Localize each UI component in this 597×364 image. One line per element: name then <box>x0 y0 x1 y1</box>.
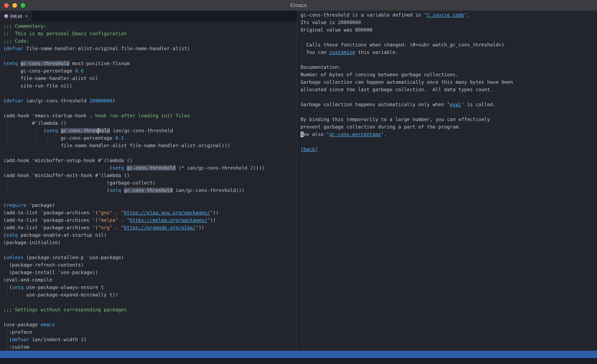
link[interactable]: C source code <box>427 12 464 18</box>
code-text <box>18 61 21 66</box>
link[interactable]: [back] <box>301 147 318 152</box>
code-line: (eval-and-compile <box>3 276 297 284</box>
help-text: Garbage collection happens automatically… <box>301 102 450 107</box>
code-text: )) <box>213 210 219 215</box>
highlighted-symbol: gc-cons-threshold <box>21 61 69 66</box>
code-text: setq <box>110 188 121 193</box>
indent-guide-icon: │ <box>35 128 38 133</box>
code-line <box>3 104 297 112</box>
link[interactable]: https://elpa.gnu.org/packages/ <box>124 210 210 215</box>
indent-guide-icon: │ <box>6 135 9 141</box>
code-text: setq <box>47 128 58 133</box>
code-text: " <box>207 217 210 223</box>
code-line: (add-to-list 'package-archives '("org" .… <box>3 224 297 231</box>
code-text: ( <box>9 285 12 290</box>
highlighted-symbol: gc-cons-threshold <box>127 165 175 171</box>
link[interactable]: eval <box>450 102 461 107</box>
code-line: │(defvar ian/indent-width 2) <box>3 336 297 343</box>
code-text <box>38 143 47 148</box>
elisp-file-icon <box>4 14 8 18</box>
window-title: Emacs <box>290 2 306 8</box>
highlighted-symbol: gc-cons-threshold <box>124 188 173 193</box>
tab-close-icon[interactable]: × <box>25 13 28 19</box>
indent-guide-icon: │ <box>35 143 38 148</box>
code-line: ;;; Commentary: <box>3 22 297 30</box>
code-text: ( <box>3 203 6 208</box>
help-buffer[interactable]: gc-cons-threshold is a variable defined … <box>298 11 597 351</box>
indent-guide-icon: │ <box>35 135 38 141</box>
code-line: ;;; Code: <box>3 37 297 45</box>
help-line <box>301 93 597 101</box>
code-text: setq <box>112 165 124 171</box>
code-text: " <box>196 225 199 230</box>
code-text: ( <box>3 98 6 103</box>
code-line <box>3 299 297 306</box>
echo-area[interactable] <box>0 358 597 364</box>
editor-window: init.el × ;;; Commentary:;; This is my p… <box>0 11 297 351</box>
indent-guide-icon: │ <box>6 188 9 193</box>
code-text <box>3 165 6 171</box>
code-text <box>121 188 124 193</box>
code-text <box>9 128 35 133</box>
code-text: (add-to-list 'package-archives '( <box>3 225 98 230</box>
help-line: By binding this temporarily to a large n… <box>301 116 597 123</box>
help-text: allocated since the last garbage collect… <box>301 87 493 92</box>
code-text: site-run-file nil) <box>3 83 72 88</box>
code-text: ( <box>38 128 47 133</box>
help-line <box>301 108 597 116</box>
code-line: │ │ (setq gc-cons-threshold ian/gc-cons-… <box>3 127 297 134</box>
code-line: (add-to-list 'package-archives '("gnu" .… <box>3 209 297 216</box>
code-text: :custom <box>9 344 29 350</box>
code-text: use-package-always-ensure t <box>24 285 104 290</box>
link[interactable]: gc-cons-percentage <box>329 132 381 137</box>
code-text: (* ian/gc-cons-threshold <box>176 165 250 171</box>
code-text <box>3 128 6 133</box>
close-icon[interactable] <box>4 3 9 8</box>
link[interactable]: https://orgmode.org/elpa/ <box>124 225 196 230</box>
code-line: │:preface <box>3 328 297 336</box>
code-text <box>3 337 6 342</box>
code-text: ( <box>3 46 6 51</box>
code-text: (eval-and-compile <box>3 277 52 283</box>
editor-buffer[interactable]: ;;; Commentary:;; This is my personal Em… <box>0 22 297 351</box>
link[interactable]: customize <box>329 49 355 55</box>
code-text: defvar <box>6 46 24 51</box>
code-text: (add-to-list 'package-archives '( <box>3 210 98 215</box>
help-text: this variable. <box>355 49 398 55</box>
indent-guide-icon: │ <box>6 165 9 171</box>
code-text: (add-hook 'emacs-startup-hook <box>3 113 89 118</box>
code-text: (package-install 'use-package)) <box>3 270 98 275</box>
code-text <box>3 120 6 126</box>
code-text: " <box>121 225 124 230</box>
code-line: │(setq use-package-always-ensure t <box>3 284 297 291</box>
code-text: unless <box>6 255 24 260</box>
code-line: (add-hook 'emacs-startup-hook ; hook run… <box>3 112 297 119</box>
help-line: [back] <box>301 145 597 153</box>
code-line: │ (setq gc-cons-threshold ian/gc-cons-th… <box>3 187 297 194</box>
code-line <box>3 90 297 97</box>
help-line: Its value is 20000000 <box>301 19 597 26</box>
cursor-block: S <box>301 132 304 137</box>
minimize-icon[interactable] <box>12 3 17 8</box>
code-text: require <box>6 203 26 208</box>
help-line <box>301 138 597 145</box>
link[interactable]: https://melpa.org/packages/ <box>130 217 207 223</box>
indent-guide-icon: │ <box>6 292 9 297</box>
code-text: )) <box>210 217 216 223</box>
code-text: "gnu" <box>98 210 112 215</box>
indent-guide-icon: │ <box>6 143 9 148</box>
code-text <box>3 344 6 350</box>
tab-init-el[interactable]: init.el × <box>0 11 32 22</box>
code-text: " <box>127 217 130 223</box>
code-text: (package-refresh-contents) <box>3 262 84 268</box>
help-text: ee also ‘ <box>304 132 329 137</box>
help-line: Garbage collection happens automatically… <box>301 101 597 108</box>
help-line <box>301 56 597 63</box>
code-text: )) <box>199 225 204 230</box>
titlebar: Emacs <box>0 0 597 11</box>
code-line: │ (setq gc-cons-threshold (* ian/gc-cons… <box>3 164 297 172</box>
zoom-icon[interactable] <box>21 3 25 8</box>
indent-guide-icon: │ <box>6 337 9 342</box>
code-line: file-name-handler-alist nil <box>3 75 297 82</box>
code-line: ;;; Settings without corresponding packa… <box>3 306 297 313</box>
